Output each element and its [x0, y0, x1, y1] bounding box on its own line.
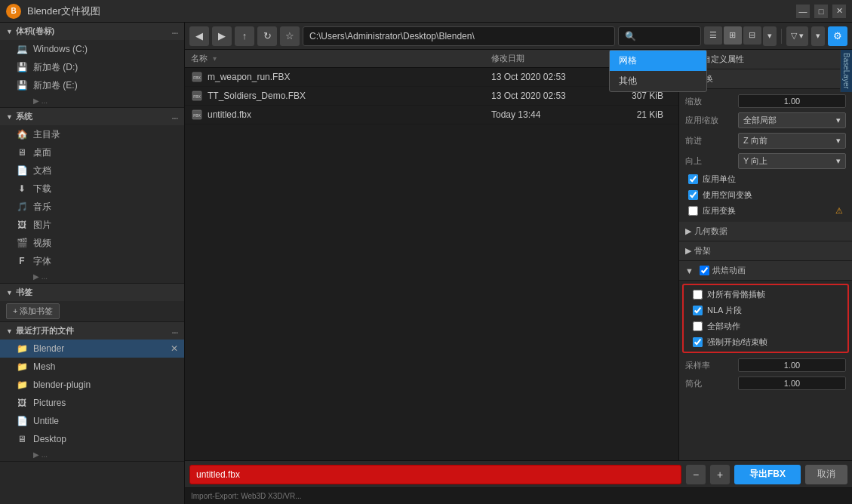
apply-scale-dropdown[interactable]: 全部局部 ▾ [738, 112, 846, 128]
sidebar-item-music[interactable]: 🎵 音乐 [0, 198, 184, 216]
sidebar-item-drive-e[interactable]: 💾 新加卷 (E:) [0, 76, 184, 94]
apply-transform-checkbox[interactable] [688, 206, 698, 216]
cancel-button[interactable]: 取消 [805, 465, 847, 484]
up-dropdown[interactable]: Y 向上 ▾ [738, 153, 846, 169]
recent-blender-close[interactable]: ✕ [171, 343, 178, 354]
settings-button[interactable]: ⚙ [828, 26, 847, 46]
minus-button[interactable]: − [686, 465, 706, 484]
apply-scale-arrow: ▾ [836, 115, 841, 125]
sidebar-item-docs[interactable]: 📄 文档 [0, 161, 184, 180]
all-actions-checkbox[interactable] [693, 321, 703, 331]
back-button[interactable]: ◀ [189, 26, 209, 46]
forward-dropdown[interactable]: Z 向前 ▾ [738, 133, 846, 149]
bookmarks-header[interactable]: ▼ 书签 [0, 284, 184, 301]
recent-item-desktop[interactable]: 🖥 Desktop [0, 430, 184, 448]
status-text: Import-Export: Web3D X3D/VR... [191, 492, 302, 500]
use-space-checkbox[interactable] [688, 190, 698, 200]
filename-input[interactable] [189, 465, 681, 484]
grid-view-button[interactable]: ⊞ [724, 26, 742, 45]
windows-c-label: Windows (C:) [33, 44, 88, 54]
file-row[interactable]: FBX TT_Soldiers_Demo.FBX 13 Oct 2020 02:… [185, 87, 678, 106]
add-bookmark-button[interactable]: + 添加书签 [0, 301, 184, 321]
system-section: ▼ 系统 ... 🏠 主目录 🖥 桌面 📄 文档 ⬇ 下载 🎵 [0, 108, 184, 284]
scale-value[interactable]: 1.00 [738, 94, 846, 108]
apply-unit-checkbox[interactable] [688, 174, 698, 184]
bake-anim-label: 烘焙动画 [712, 265, 746, 276]
all-bones-checkbox[interactable] [693, 290, 703, 300]
main-layout: ▼ 体积(卷标) ... 💻 Windows (C:) 💾 新加卷 (D:) 💾… [0, 23, 852, 504]
bake-anim-section-header[interactable]: ▼ 烘焙动画 [679, 261, 852, 281]
sidebar-item-windows-c[interactable]: 💻 Windows (C:) [0, 40, 184, 58]
list-view-button[interactable]: ☰ [704, 26, 722, 45]
window-controls: — □ ✕ [796, 5, 846, 18]
all-bones-row: 对所有骨骼插帧 [684, 287, 847, 303]
sidebar-item-videos[interactable]: 🎬 视频 [0, 234, 184, 252]
recent-item-mesh[interactable]: 📁 Mesh [0, 358, 184, 376]
favorite-button[interactable]: ☆ [280, 26, 300, 46]
maximize-button[interactable]: □ [814, 5, 828, 18]
recent-item-blender[interactable]: 📁 Blender ✕ [0, 340, 184, 358]
sidebar-item-downloads[interactable]: ⬇ 下载 [0, 180, 184, 198]
up-button[interactable]: ↑ [235, 26, 254, 46]
forward-button[interactable]: ▶ [212, 26, 232, 46]
apply-scale-row: 应用缩放 全部局部 ▾ [679, 110, 852, 131]
sidebar-item-desktop[interactable]: 🖥 桌面 [0, 143, 184, 161]
export-button[interactable]: 导出FBX [734, 465, 801, 484]
force-start-end-checkbox[interactable] [693, 337, 703, 347]
view-dropdown-button[interactable]: ▾ [763, 26, 777, 46]
windows-c-icon: 💻 [15, 42, 29, 56]
dropdown-item-other[interactable]: 其他 [610, 71, 706, 91]
detail-view-button[interactable]: ⊟ [743, 26, 761, 45]
file-row[interactable]: FBX untitled.fbx Today 13:44 21 KiB [185, 106, 678, 124]
file-list: 名称 ▾ 修改日期 尺寸 FBX m_weapon_run.FBX 13 Oct… [185, 50, 678, 460]
recent-item-plugin[interactable]: 📁 blender-plugin [0, 376, 184, 394]
recent-more[interactable]: ... [172, 327, 178, 335]
sidebar-item-pictures[interactable]: 🖼 图片 [0, 216, 184, 234]
sidebar-item-fonts[interactable]: F 字体 [0, 252, 184, 270]
minimize-button[interactable]: — [796, 5, 810, 18]
bake-anim-checkbox[interactable] [700, 266, 709, 275]
close-button[interactable]: ✕ [832, 5, 846, 18]
sort-dropdown-button[interactable]: ▾ [811, 26, 825, 46]
use-space-label: 使用空间变换 [703, 189, 752, 201]
recent-item-more[interactable]: ▶ ... [0, 448, 184, 461]
plus-button[interactable]: + [710, 465, 730, 484]
recent-header[interactable]: ▼ 最近打开的文件 ... [0, 322, 184, 340]
filter-dropdown-button[interactable]: ▽ ▾ [786, 26, 808, 46]
file-name-3: untitled.fbx [208, 109, 491, 120]
volumes-header[interactable]: ▼ 体积(卷标) ... [0, 23, 184, 40]
volumes-arrow: ▼ [6, 28, 13, 35]
right-panel: ◀ ▶ ↑ ↻ ☆ ☰ ⊞ ⊟ ▾ ▽ ▾ ▾ ⚙ 名称 [185, 23, 852, 504]
recent-item-untitle[interactable]: 📄 Untitle [0, 412, 184, 430]
sidebar-item-more-system[interactable]: ▶ ... [0, 270, 184, 283]
all-bones-label: 对所有骨骼插帧 [707, 289, 765, 300]
view-buttons: ☰ ⊞ ⊟ ▾ [704, 26, 777, 46]
home-icon: 🏠 [15, 128, 29, 141]
drive-d-label: 新加卷 (D:) [33, 61, 78, 74]
nla-strips-checkbox[interactable] [693, 306, 703, 315]
dropdown-item-grid[interactable]: 网格 [610, 51, 706, 71]
search-input[interactable] [618, 26, 701, 46]
simplify-value[interactable]: 1.00 [738, 376, 846, 390]
add-bookmark-label[interactable]: + 添加书签 [6, 303, 60, 319]
path-bar[interactable] [303, 26, 615, 46]
sample-value[interactable]: 1.00 [738, 358, 846, 372]
svg-text:FBX: FBX [193, 94, 201, 99]
sidebar-item-more-volumes[interactable]: ▶ ... [0, 94, 184, 107]
volumes-more[interactable]: ... [172, 27, 178, 35]
recent-item-pictures[interactable]: 🖼 Pictures [0, 394, 184, 412]
geo-section-header[interactable]: ▶ 几何数据 [679, 222, 852, 241]
skeleton-label: 骨架 [694, 245, 711, 257]
custom-attr-label: 自定义属性 [703, 54, 744, 65]
refresh-button[interactable]: ↻ [257, 26, 277, 46]
file-fbx-icon-2: FBX [191, 90, 203, 102]
sidebar-item-home[interactable]: 🏠 主目录 [0, 125, 184, 143]
file-row[interactable]: FBX m_weapon_run.FBX 13 Oct 2020 02:53 1… [185, 68, 678, 87]
sidebar-item-drive-d[interactable]: 💾 新加卷 (D:) [0, 58, 184, 76]
content-area: 名称 ▾ 修改日期 尺寸 FBX m_weapon_run.FBX 13 Oct… [185, 50, 852, 460]
system-more[interactable]: ... [172, 112, 178, 121]
system-header[interactable]: ▼ 系统 ... [0, 108, 184, 125]
all-actions-label: 全部动作 [707, 321, 740, 332]
file-list-header: 名称 ▾ 修改日期 尺寸 [185, 50, 678, 68]
skeleton-section-header[interactable]: ▶ 骨架 [679, 241, 852, 261]
